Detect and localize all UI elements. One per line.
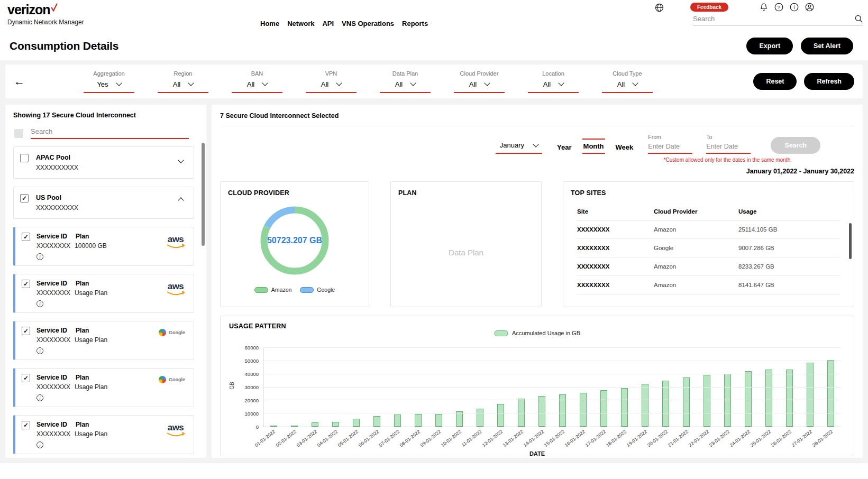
pool-item[interactable]: US PoolXXXXXXXXXX xyxy=(13,187,194,219)
filter-location-dropdown[interactable]: All xyxy=(528,80,579,93)
month-select[interactable]: January xyxy=(496,141,542,154)
info-icon[interactable] xyxy=(36,394,43,401)
nav-vns-operations[interactable]: VNS Operations xyxy=(342,20,394,27)
usage-bar[interactable] xyxy=(497,404,504,427)
date-search-button[interactable]: Search xyxy=(771,137,820,154)
table-row[interactable]: XXXXXXXXGoogle9007.286 GB xyxy=(577,239,840,257)
help-icon[interactable]: ? xyxy=(774,3,783,12)
usage-bar[interactable] xyxy=(477,409,483,427)
bar-slot xyxy=(428,348,449,427)
filter-cloud-provider-dropdown[interactable]: All xyxy=(454,80,505,93)
nav-api[interactable]: API xyxy=(322,20,334,27)
table-row[interactable]: XXXXXXXXAmazon8233.267 GB xyxy=(577,257,840,276)
filter-aggregation-dropdown[interactable]: Yes xyxy=(84,80,134,93)
filter-cloud-type-dropdown[interactable]: All xyxy=(602,80,653,93)
feedback-button[interactable]: Feedback xyxy=(690,3,728,12)
tab-week[interactable]: Week xyxy=(615,141,635,154)
usage-bar[interactable] xyxy=(373,416,380,427)
usage-bar[interactable] xyxy=(827,360,834,427)
service-checkbox[interactable] xyxy=(22,421,30,429)
service-checkbox[interactable] xyxy=(22,233,30,241)
export-button[interactable]: Export xyxy=(746,38,793,54)
service-checkbox[interactable] xyxy=(22,327,30,335)
nav-home[interactable]: Home xyxy=(260,20,279,27)
service-item[interactable]: Service IDPlanXXXXXXXXUsage Planaws xyxy=(13,415,194,454)
notifications-icon[interactable] xyxy=(760,3,768,12)
usage-bar[interactable] xyxy=(642,384,648,427)
y-axis-title: GB xyxy=(229,382,235,389)
usage-bar[interactable] xyxy=(456,411,463,427)
pool-checkbox[interactable] xyxy=(20,154,29,162)
usage-bar[interactable] xyxy=(765,370,772,427)
filter-region-dropdown[interactable]: All xyxy=(158,80,208,93)
usage-bar[interactable] xyxy=(807,363,814,427)
pool-text: APAC PoolXXXXXXXXXX xyxy=(36,154,78,171)
service-item[interactable]: Service IDPlanXXXXXXXXUsage Planaws xyxy=(13,274,194,313)
pool-checkbox[interactable] xyxy=(20,194,29,202)
bar-slot xyxy=(367,348,387,427)
service-labels: Service IDPlan xyxy=(36,327,107,334)
usage-bar[interactable] xyxy=(786,370,793,427)
usage-bar[interactable] xyxy=(683,377,690,427)
usage-bar[interactable] xyxy=(332,422,339,427)
usage-bar[interactable] xyxy=(291,426,298,427)
info-icon[interactable] xyxy=(36,347,43,354)
reset-button[interactable]: Reset xyxy=(753,73,797,90)
usage-bar[interactable] xyxy=(353,419,360,427)
service-checkbox[interactable] xyxy=(22,374,30,382)
usage-bar[interactable] xyxy=(415,414,422,427)
info-icon[interactable] xyxy=(36,300,43,307)
select-all-checkbox[interactable] xyxy=(14,129,23,138)
refresh-button[interactable]: Refresh xyxy=(804,73,854,90)
usage-bar[interactable] xyxy=(703,375,710,427)
sci-search-input[interactable] xyxy=(31,127,189,135)
set-alert-button[interactable]: Set Alert xyxy=(801,38,853,54)
cloud-provider-donut[interactable]: 50723.207 GB xyxy=(255,201,334,280)
usage-bar[interactable] xyxy=(600,390,607,427)
nav-reports[interactable]: Reports xyxy=(402,20,428,27)
back-arrow-icon[interactable]: ← xyxy=(14,75,35,88)
to-date-field: To xyxy=(706,134,751,154)
filter-data-plan-dropdown[interactable]: All xyxy=(380,80,431,93)
service-item[interactable]: Service IDPlanXXXXXXXXUsage PlanGoogle xyxy=(13,321,194,360)
service-item[interactable]: Service IDPlanXXXXXXXXUsage PlanGoogle xyxy=(13,368,194,407)
pool-item[interactable]: APAC PoolXXXXXXXXXX xyxy=(13,146,194,179)
filter-ban-dropdown[interactable]: All xyxy=(232,80,282,93)
verizon-logo[interactable]: verizon xyxy=(7,3,84,16)
usage-bar[interactable] xyxy=(621,388,628,427)
service-checkbox[interactable] xyxy=(22,280,30,288)
usage-bar[interactable] xyxy=(538,396,545,427)
info-icon[interactable] xyxy=(36,441,43,448)
service-id-label: Service ID xyxy=(36,374,67,381)
filter-value-text: All xyxy=(247,80,254,88)
info-circle-icon[interactable]: i xyxy=(790,3,799,12)
left-panel-scrollbar[interactable] xyxy=(202,143,205,246)
tab-year[interactable]: Year xyxy=(556,141,572,154)
table-row[interactable]: XXXXXXXXAmazon25114.105 GB xyxy=(577,220,840,239)
tab-month[interactable]: Month xyxy=(582,139,605,154)
globe-icon[interactable] xyxy=(655,3,664,14)
service-item[interactable]: Service IDPlanXXXXXXXX100000 GBaws xyxy=(13,227,194,266)
nav-network[interactable]: Network xyxy=(287,20,314,27)
top-sites-scrollbar[interactable] xyxy=(849,223,852,259)
usage-bar[interactable] xyxy=(435,414,442,427)
to-date-input[interactable] xyxy=(706,143,751,154)
account-icon[interactable] xyxy=(805,3,814,12)
usage-bar[interactable] xyxy=(580,393,587,427)
usage-bar[interactable] xyxy=(312,422,318,427)
usage-bar[interactable] xyxy=(270,426,277,427)
usage-bar[interactable] xyxy=(662,381,669,427)
chevron-down-icon xyxy=(188,80,194,86)
chevron-up-icon[interactable] xyxy=(178,197,184,203)
usage-bar[interactable] xyxy=(394,414,401,427)
chevron-down-icon[interactable] xyxy=(178,157,184,163)
table-row[interactable]: XXXXXXXXAmazon8141.647 GB xyxy=(577,276,840,294)
service-text: Service IDPlanXXXXXXXXUsage Plan xyxy=(36,280,107,307)
search-icon[interactable] xyxy=(854,14,863,23)
filter-vpn-dropdown[interactable]: All xyxy=(306,80,357,93)
global-search-input[interactable] xyxy=(693,15,854,23)
bar-slot xyxy=(779,348,800,427)
from-date-input[interactable] xyxy=(648,143,692,154)
info-icon[interactable] xyxy=(36,253,43,260)
usage-bar[interactable] xyxy=(745,371,752,427)
